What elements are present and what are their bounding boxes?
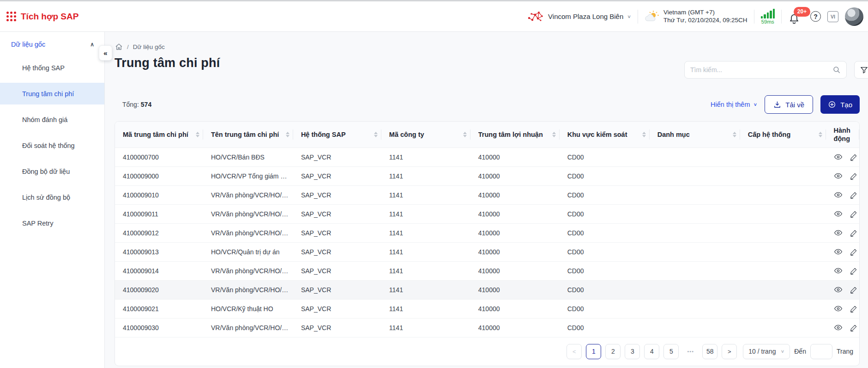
total-value: 574	[141, 101, 151, 108]
view-icon[interactable]	[834, 172, 843, 180]
page-button[interactable]: >	[722, 344, 737, 359]
sidebar-collapse-button[interactable]: «	[99, 45, 112, 61]
sidebar-item-label: SAP Retry	[22, 220, 53, 227]
cell-category	[650, 223, 740, 242]
column-header[interactable]: Hành động	[826, 122, 859, 147]
create-button[interactable]: Tạo	[820, 95, 860, 114]
page-button[interactable]: •••	[683, 344, 698, 359]
view-icon[interactable]	[834, 304, 843, 313]
sidebar-item[interactable]: Đồng bộ dữ liệu	[0, 160, 104, 182]
sort-icon[interactable]	[642, 132, 646, 137]
table-row[interactable]: 4100009014 VR/Văn phòng/VCR/HO/K... SAP_…	[115, 261, 859, 280]
cell-system: SAP_VCR	[293, 204, 381, 223]
table-row[interactable]: 4100000700 HO/VCR/Bán BĐS SAP_VCR 1141 4…	[115, 147, 859, 166]
view-icon[interactable]	[834, 323, 843, 332]
page-button[interactable]: <	[567, 344, 582, 359]
view-icon[interactable]	[834, 247, 843, 256]
cell-actions	[826, 242, 859, 261]
view-icon[interactable]	[834, 285, 843, 294]
cell-control-area: CD00	[560, 318, 650, 337]
cell-control-area: CD00	[560, 242, 650, 261]
mall-selector[interactable]: Vincom Plaza Long Biên ∨	[528, 10, 631, 23]
edit-icon[interactable]	[850, 153, 858, 161]
edit-icon[interactable]	[850, 324, 858, 332]
page-button[interactable]: 5	[663, 344, 679, 359]
sort-icon[interactable]	[819, 132, 822, 137]
view-icon[interactable]	[834, 209, 843, 218]
sort-icon[interactable]	[733, 132, 736, 137]
view-icon[interactable]	[834, 266, 843, 275]
sidebar-item[interactable]: Nhóm đánh giá	[0, 109, 104, 130]
user-avatar[interactable]	[845, 7, 863, 26]
filter-button[interactable]	[854, 61, 868, 79]
table-row[interactable]: 4100009020 VR/Văn phòng/VCR/HO/H... SAP_…	[115, 280, 859, 299]
search-input[interactable]	[690, 66, 832, 74]
cell-system: SAP_VCR	[293, 147, 381, 166]
view-icon[interactable]	[834, 190, 843, 199]
page-button[interactable]: 2	[605, 344, 621, 359]
cell-control-area: CD00	[560, 166, 650, 185]
edit-icon[interactable]	[850, 267, 858, 275]
column-header[interactable]: Tên trung tâm chi phí	[203, 122, 293, 147]
page-size-select[interactable]: 10 / trang ∨	[743, 344, 790, 359]
timezone-label: Vietnam (GMT +7)	[663, 9, 747, 17]
page-button[interactable]: 58	[702, 344, 717, 359]
show-more-button[interactable]: Hiển thị thêm ∨	[711, 101, 757, 108]
language-switcher[interactable]: VI	[827, 11, 838, 22]
cell-profit-center: 410000	[470, 147, 560, 166]
column-header[interactable]: Danh mục	[650, 122, 740, 147]
page-button[interactable]: 4	[644, 344, 659, 359]
column-header[interactable]: Cấp hệ thống	[740, 122, 826, 147]
table-row[interactable]: 4100009000 HO/VCR/VP Tổng giám đốc SAP_V…	[115, 166, 859, 185]
edit-icon[interactable]	[850, 210, 858, 218]
cell-company: 1141	[381, 147, 470, 166]
sort-icon[interactable]	[196, 132, 199, 137]
page-button[interactable]: 3	[625, 344, 640, 359]
view-icon[interactable]	[834, 153, 843, 161]
search-icon[interactable]	[832, 66, 841, 74]
sort-icon[interactable]	[552, 132, 556, 137]
edit-icon[interactable]	[850, 305, 858, 313]
question-icon: ?	[814, 13, 818, 20]
app-logo[interactable]: Tích hợp SAP	[6, 12, 78, 22]
sort-icon[interactable]	[463, 132, 467, 137]
table-row[interactable]: 4100009011 VR/Văn phòng/VCR/HO/Ki... SAP…	[115, 204, 859, 223]
table-row[interactable]: 4100009021 HO/VCR/Kỹ thuật HO SAP_VCR 11…	[115, 299, 859, 318]
sort-icon[interactable]	[374, 132, 378, 137]
cell-actions	[826, 223, 859, 242]
breadcrumb-separator: /	[127, 43, 129, 50]
cell-category	[650, 204, 740, 223]
search-box	[684, 61, 847, 79]
sidebar-item[interactable]: Trung tâm chi phí	[0, 83, 104, 104]
breadcrumb-root[interactable]: Dữ liệu gốc	[133, 43, 165, 50]
cell-name: VR/Văn phòng/VCR/HO/Ki...	[203, 223, 293, 242]
view-icon[interactable]	[834, 228, 843, 237]
home-icon[interactable]	[115, 43, 123, 51]
column-header[interactable]: Khu vực kiểm soát	[560, 122, 650, 147]
page-button[interactable]: 1	[586, 344, 601, 359]
edit-icon[interactable]	[850, 286, 858, 294]
sidebar-item[interactable]: SAP Retry	[0, 212, 104, 234]
table-row[interactable]: 4100009013 HO/VCR/Quản trị dự án SAP_VCR…	[115, 242, 859, 261]
column-header[interactable]: Hệ thống SAP	[293, 122, 381, 147]
sidebar-item[interactable]: Lịch sử đồng bộ	[0, 186, 104, 208]
help-button[interactable]: ?	[810, 11, 821, 22]
sidebar-group-master-data[interactable]: Dữ liệu gốc ∧	[0, 32, 104, 57]
sidebar-item[interactable]: Hệ thống SAP	[0, 57, 104, 79]
table-row[interactable]: 4100009030 VR/Văn phòng/VCR/HO/H... SAP_…	[115, 318, 859, 337]
download-button[interactable]: Tải về	[765, 95, 813, 114]
edit-icon[interactable]	[850, 229, 858, 237]
table-row[interactable]: 4100009012 VR/Văn phòng/VCR/HO/Ki... SAP…	[115, 223, 859, 242]
edit-icon[interactable]	[850, 191, 858, 199]
sort-icon[interactable]	[286, 132, 289, 137]
notifications-button[interactable]: 20+	[788, 9, 802, 25]
sidebar-item[interactable]: Đối soát hệ thống	[0, 135, 104, 156]
column-header[interactable]: Mã công ty	[381, 122, 470, 147]
edit-icon[interactable]	[850, 248, 858, 256]
goto-page-input[interactable]	[810, 344, 832, 359]
column-header[interactable]: Trung tâm lợi nhuận	[470, 122, 560, 147]
table-row[interactable]: 4100009010 VR/Văn phòng/VCR/HO/H... SAP_…	[115, 185, 859, 204]
edit-icon[interactable]	[850, 172, 858, 180]
column-header[interactable]: Mã trung tâm chi phí	[115, 122, 203, 147]
signal-bars-icon	[761, 8, 775, 18]
